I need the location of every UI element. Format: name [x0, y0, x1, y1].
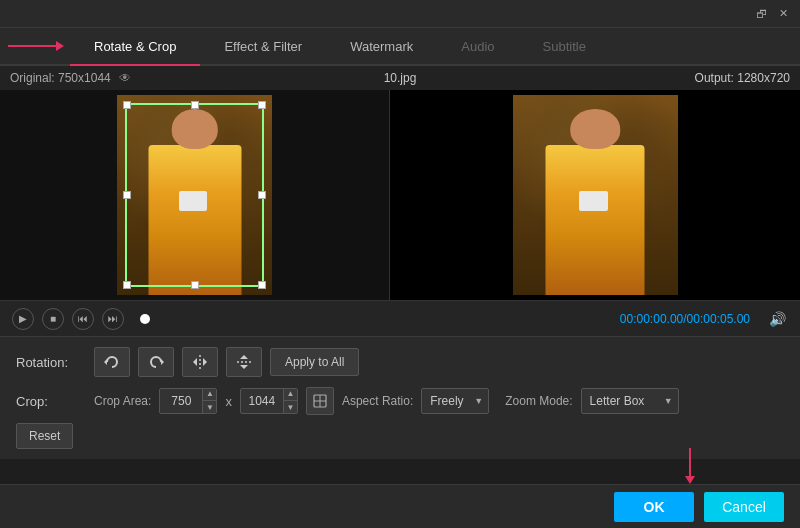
prev-frame-button[interactable]: ⏮: [72, 308, 94, 330]
tab-subtitle[interactable]: Subtitle: [519, 28, 610, 64]
apply-all-button[interactable]: Apply to All: [270, 348, 359, 376]
crop-height-down[interactable]: ▼: [284, 401, 297, 414]
restore-button[interactable]: 🗗: [752, 5, 770, 23]
center-crop-button[interactable]: [306, 387, 334, 415]
preview-right: [390, 90, 800, 300]
crop-width-input[interactable]: ▲ ▼: [159, 388, 217, 414]
aspect-ratio-select-wrap: Freely 16:9 4:3 1:1 9:16 ▼: [421, 388, 489, 414]
zoom-mode-label: Zoom Mode:: [505, 394, 572, 408]
flip-horizontal-button[interactable]: [182, 347, 218, 377]
svg-marker-0: [104, 359, 107, 365]
output-info: Output: 1280x720: [695, 71, 790, 85]
cancel-button[interactable]: Cancel: [704, 492, 784, 522]
rotation-row: Rotation:: [16, 347, 784, 377]
aspect-ratio-label: Aspect Ratio:: [342, 394, 413, 408]
svg-marker-3: [193, 358, 197, 366]
ok-button[interactable]: OK: [614, 492, 694, 522]
original-info: Original: 750x1044: [10, 71, 111, 85]
svg-marker-4: [203, 358, 207, 366]
title-bar: 🗗 ✕: [0, 0, 800, 28]
footer: OK Cancel: [0, 484, 800, 528]
crop-row: Crop: Crop Area: ▲ ▼ x ▲ ▼: [16, 387, 784, 415]
flip-vertical-button[interactable]: [226, 347, 262, 377]
timeline-dot[interactable]: [140, 314, 150, 324]
tab-watermark[interactable]: Watermark: [326, 28, 437, 64]
aspect-ratio-select[interactable]: Freely 16:9 4:3 1:1 9:16: [421, 388, 489, 414]
tab-audio[interactable]: Audio: [437, 28, 518, 64]
dimension-separator: x: [225, 394, 232, 409]
preview-left: [0, 90, 390, 300]
svg-marker-1: [161, 359, 164, 365]
crop-width-up[interactable]: ▲: [203, 388, 216, 401]
volume-icon[interactable]: 🔊: [769, 311, 786, 327]
crop-height-field[interactable]: [241, 394, 283, 408]
tab-effect-filter[interactable]: Effect & Filter: [200, 28, 326, 64]
crop-width-down[interactable]: ▼: [203, 401, 216, 414]
tab-rotate-crop[interactable]: Rotate & Crop: [70, 28, 200, 66]
svg-marker-6: [240, 355, 248, 359]
crop-label: Crop:: [16, 394, 86, 409]
eye-icon[interactable]: 👁: [119, 71, 131, 85]
zoom-mode-select-wrap: Letter Box Pan & Scan Full ▼: [581, 388, 679, 414]
zoom-mode-select[interactable]: Letter Box Pan & Scan Full: [581, 388, 679, 414]
play-button[interactable]: ▶: [12, 308, 34, 330]
tab-bar: Rotate & Crop Effect & Filter Watermark …: [0, 28, 800, 66]
stop-button[interactable]: ■: [42, 308, 64, 330]
close-button[interactable]: ✕: [774, 5, 792, 23]
svg-marker-7: [240, 365, 248, 369]
crop-area-label: Crop Area:: [94, 394, 151, 408]
crop-height-up[interactable]: ▲: [284, 388, 297, 401]
crop-height-input[interactable]: ▲ ▼: [240, 388, 298, 414]
preview-info-bar: Original: 750x1044 👁 10.jpg Output: 1280…: [0, 66, 800, 90]
timeline-time: 00:00:00.00/00:00:05.00: [620, 312, 750, 326]
rotate-right-button[interactable]: [138, 347, 174, 377]
next-frame-button[interactable]: ⏭: [102, 308, 124, 330]
reset-button[interactable]: Reset: [16, 423, 73, 449]
timeline-bar: ▶ ■ ⏮ ⏭ 00:00:00.00/00:00:05.00 🔊: [0, 300, 800, 336]
preview-area: [0, 90, 800, 300]
rotate-left-button[interactable]: [94, 347, 130, 377]
bottom-controls: Rotation:: [0, 336, 800, 459]
crop-width-field[interactable]: [160, 394, 202, 408]
rotation-label: Rotation:: [16, 355, 86, 370]
filename-label: 10.jpg: [384, 71, 417, 85]
